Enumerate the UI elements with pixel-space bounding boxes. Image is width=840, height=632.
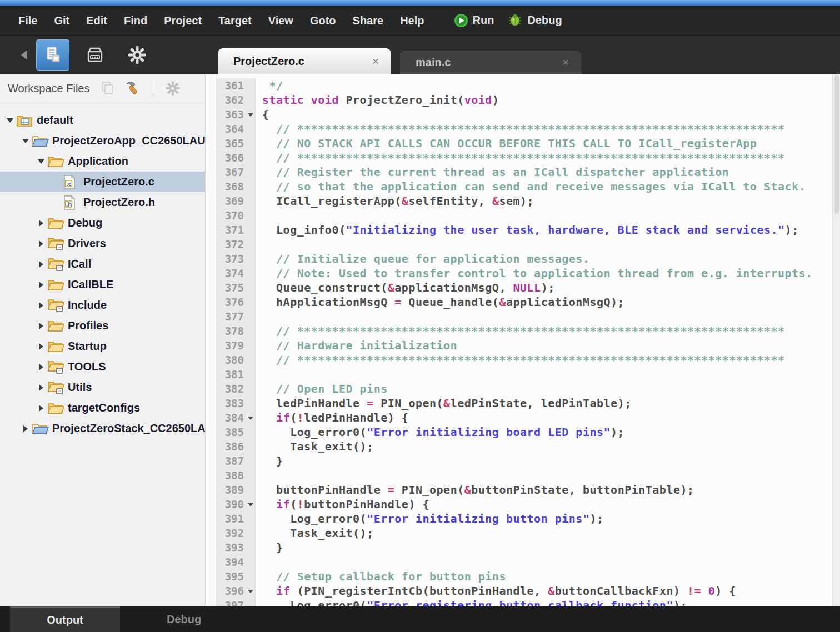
menu-item-view[interactable]: View bbox=[260, 6, 302, 36]
code-text[interactable]: ledPinHandle = PIN_open(&ledPinState, le… bbox=[256, 396, 632, 410]
settings-gear-button[interactable] bbox=[121, 39, 154, 71]
code-text[interactable]: Log_error0("Error registering button cal… bbox=[256, 598, 687, 606]
menu-item-edit[interactable]: Edit bbox=[78, 6, 116, 36]
code-text[interactable]: Log_info0("Initializing the user task, h… bbox=[256, 223, 799, 237]
editor-tab-main.c[interactable]: main.c× bbox=[400, 51, 581, 74]
debug-button[interactable]: Debug bbox=[501, 13, 568, 28]
code-text[interactable]: if (PIN_registerIntCb(buttonPinHandle, &… bbox=[256, 584, 736, 598]
menu-item-help[interactable]: Help bbox=[392, 6, 432, 36]
code-text[interactable] bbox=[256, 208, 262, 223]
code-text[interactable]: // Register the current thread as an ICa… bbox=[256, 165, 729, 179]
code-text[interactable]: // *************************************… bbox=[256, 324, 785, 338]
bottom-tab-output[interactable]: Output bbox=[10, 606, 120, 632]
code-text[interactable]: // *************************************… bbox=[256, 122, 785, 136]
tree-item-ProjectZeroApp_CC2650LAUNC[interactable]: ProjectZeroApp_CC2650LAUNC bbox=[0, 131, 205, 151]
tree-item-targetConfigs[interactable]: targetConfigs bbox=[0, 398, 205, 418]
code-text[interactable] bbox=[256, 367, 262, 382]
menu-item-file[interactable]: File bbox=[10, 6, 46, 36]
menu-item-goto[interactable]: Goto bbox=[302, 6, 344, 36]
tab-close-icon[interactable]: × bbox=[562, 56, 569, 69]
code-text[interactable]: hApplicationMsgQ = Queue_handle(&applica… bbox=[256, 295, 624, 309]
tree-expand-arrow-icon[interactable] bbox=[36, 343, 47, 350]
tree-expand-arrow-icon[interactable] bbox=[36, 323, 47, 329]
code-text[interactable]: Log_error0("Error initializing board LED… bbox=[256, 425, 624, 439]
code-text[interactable] bbox=[256, 309, 262, 324]
code-text[interactable]: Log_error0("Error initializing button pi… bbox=[256, 511, 604, 526]
menu-item-share[interactable]: Share bbox=[344, 6, 392, 36]
tree-expand-arrow-icon[interactable] bbox=[36, 384, 47, 391]
tree-item-TOOLS[interactable]: TOOLS bbox=[0, 357, 205, 377]
code-text[interactable]: buttonPinHandle = PIN_open(&buttonPinSta… bbox=[256, 483, 694, 497]
tree-item-ProjectZero.c[interactable]: .cProjectZero.c bbox=[0, 172, 205, 192]
copy-pages-icon[interactable] bbox=[99, 80, 116, 97]
tree-expand-arrow-icon[interactable] bbox=[4, 118, 16, 123]
code-text[interactable]: static void ProjectZero_init(void) bbox=[256, 93, 499, 107]
tree-item-Utils[interactable]: Utils bbox=[0, 377, 205, 398]
tree-expand-arrow-icon[interactable] bbox=[36, 240, 47, 247]
gear-icon[interactable] bbox=[164, 80, 181, 97]
tree-expand-arrow-icon[interactable] bbox=[36, 159, 47, 164]
code-text[interactable]: // so that the application can send and … bbox=[256, 179, 806, 194]
tree-item-Drivers[interactable]: Drivers bbox=[0, 233, 205, 254]
scrollbar-thumb[interactable] bbox=[834, 75, 839, 214]
code-text[interactable]: ICall_registerApp(&selfEntity, &sem); bbox=[256, 194, 534, 208]
tree-item-Profiles[interactable]: Profiles bbox=[0, 315, 205, 336]
fold-marker-icon[interactable] bbox=[248, 503, 253, 506]
back-chevron-icon[interactable] bbox=[21, 50, 27, 60]
build-hammer-icon[interactable] bbox=[124, 79, 142, 97]
tree-item-default[interactable]: default bbox=[0, 110, 205, 131]
menu-item-target[interactable]: Target bbox=[210, 6, 260, 36]
bottom-tab-debug[interactable]: Debug bbox=[129, 606, 239, 632]
code-text[interactable]: // Initialize queue for application mess… bbox=[256, 252, 589, 266]
tree-expand-arrow-icon[interactable] bbox=[36, 364, 47, 370]
tree-expand-arrow-icon[interactable] bbox=[36, 405, 47, 412]
tree-expand-arrow-icon[interactable] bbox=[20, 139, 31, 143]
code-text[interactable] bbox=[256, 555, 262, 569]
code-text[interactable]: if(!ledPinHandle) { bbox=[256, 410, 408, 425]
code-text[interactable]: // Open LED pins bbox=[256, 382, 388, 396]
tree-item-ICallBLE[interactable]: ICallBLE bbox=[0, 274, 205, 295]
tree-item-Debug[interactable]: Debug bbox=[0, 213, 205, 233]
tree-item-Include[interactable]: Include bbox=[0, 295, 205, 315]
archive-drawer-button[interactable] bbox=[78, 39, 112, 71]
tree-item-Startup[interactable]: Startup bbox=[0, 336, 205, 357]
code-text[interactable]: // NO STACK API CALLS CAN OCCUR BEFORE T… bbox=[256, 136, 757, 151]
tree-expand-arrow-icon[interactable] bbox=[20, 425, 31, 432]
code-text[interactable]: // Hardware initialization bbox=[256, 338, 457, 353]
editor-vertical-scrollbar[interactable] bbox=[832, 74, 840, 606]
code-text[interactable]: */ bbox=[256, 78, 283, 93]
tab-close-icon[interactable]: × bbox=[372, 55, 379, 68]
code-text[interactable]: // *************************************… bbox=[256, 353, 785, 367]
code-text[interactable]: } bbox=[256, 540, 283, 555]
code-text[interactable] bbox=[256, 237, 262, 252]
menu-item-find[interactable]: Find bbox=[116, 6, 156, 36]
code-text[interactable] bbox=[256, 468, 262, 483]
run-button[interactable]: Run bbox=[447, 13, 501, 28]
menu-item-git[interactable]: Git bbox=[46, 6, 78, 36]
sidebar-scroll-strip[interactable] bbox=[206, 74, 217, 606]
tree-item-ICall[interactable]: ICall bbox=[0, 254, 205, 274]
menu-item-project[interactable]: Project bbox=[156, 6, 210, 36]
editor-tab-ProjectZero.c[interactable]: ProjectZero.c× bbox=[218, 48, 391, 74]
tree-expand-arrow-icon[interactable] bbox=[36, 220, 47, 227]
code-text[interactable]: Queue_construct(&applicationMsgQ, NULL); bbox=[256, 280, 555, 295]
code-text[interactable]: if(!buttonPinHandle) { bbox=[256, 497, 429, 511]
code-text[interactable]: // *************************************… bbox=[256, 151, 785, 165]
fold-marker-icon[interactable] bbox=[248, 590, 253, 593]
code-text[interactable]: // Setup callback for button pins bbox=[256, 569, 506, 584]
tree-expand-arrow-icon[interactable] bbox=[36, 302, 47, 309]
tree-item-Application[interactable]: Application bbox=[0, 151, 205, 172]
tree-expand-arrow-icon[interactable] bbox=[36, 261, 47, 268]
code-text[interactable]: { bbox=[256, 107, 269, 122]
tree-item-ProjectZeroStack_CC2650LAUN[interactable]: ProjectZeroStack_CC2650LAUN bbox=[0, 418, 205, 439]
code-text[interactable]: Task_exit(); bbox=[256, 439, 374, 454]
tree-item-ProjectZero.h[interactable]: .hProjectZero.h bbox=[0, 192, 205, 213]
fold-marker-icon[interactable] bbox=[248, 113, 253, 117]
code-editor[interactable]: 361 */362static void ProjectZero_init(vo… bbox=[217, 74, 840, 606]
code-text[interactable]: } bbox=[256, 454, 283, 468]
fold-marker-icon[interactable] bbox=[248, 417, 253, 420]
workspace-files-button[interactable] bbox=[36, 39, 69, 71]
code-text[interactable]: Task_exit(); bbox=[256, 526, 374, 540]
code-text[interactable]: // Note: Used to transfer control to app… bbox=[256, 266, 813, 280]
tree-expand-arrow-icon[interactable] bbox=[36, 282, 47, 288]
